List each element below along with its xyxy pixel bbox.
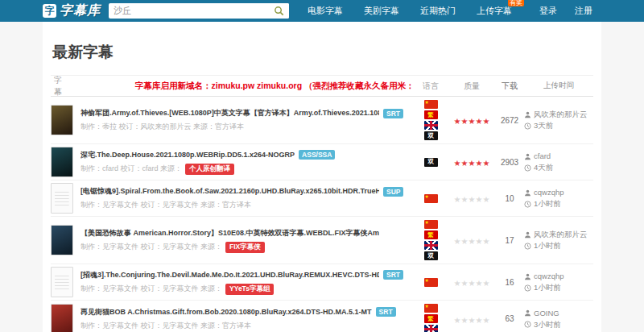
page-title: 最新字幕 [51,22,593,75]
uploader-name[interactable]: cfard [534,151,551,162]
star-icon: ★ [454,237,461,246]
star-icon: ★ [454,195,461,204]
lang-uk-icon [424,241,438,250]
subtitle-title-link[interactable]: 深宅.The.Deep.House.2021.1080p.WEBRip.DD5.… [80,150,295,160]
star-icon: ★ [461,316,469,325]
language-icons: 繁双 [413,99,448,141]
uploader-name[interactable]: GOING [534,308,559,319]
star-icon: ★ [454,159,461,168]
rating-stars: ★★★★★ [448,155,495,169]
download-count: 10 [495,194,524,203]
table-header-row: 字幕 字幕库启用新域名：zimuku.pw zimuku.org （强烈推荐收藏… [51,75,593,97]
col-header-subtitle: 字幕 [54,75,68,98]
user-icon [524,153,531,160]
language-icons [413,277,448,288]
subtitle-title-link[interactable]: [招魂3].The.Conjuring.The.Devil.Made.Me.Do… [80,270,379,280]
maker-checker-source-text: 制作：cfard 校订：cfard 来源： [80,164,182,174]
subtitle-meta: 制作：见字幕文件 校订：见字幕文件 来源：官方译本 [80,200,413,210]
star-icon: ★ [461,237,469,246]
subtitle-thumbnail[interactable] [51,304,73,332]
format-badge: SRT [383,270,403,280]
nav-tv-subtitles[interactable]: 美剧字幕 [353,0,410,22]
subtitle-title-link[interactable]: 【美国恐怖故事 American.Horror.Story】S10E08.中英特… [80,228,379,239]
uploader-name[interactable]: 风吹来的那片云 [534,229,588,240]
table-row: 神偷军团.Army.of.Thieves.[WEB.1080P]中英文字幕【官方… [51,97,593,144]
lang-fan-icon: 繁 [424,314,438,323]
search-icon [274,6,284,16]
uploader-name[interactable]: cqwzqhp [534,187,564,198]
uploader-cell: cfard 4天前 [524,151,593,173]
format-badge: SRT [383,109,403,118]
table-row: 再见街猫BOB A.Christmas.Gift.from.Bob.2020.1… [51,301,593,332]
login-link[interactable]: 登录 [530,0,566,22]
star-icon: ★ [482,195,489,204]
subtitle-info: 神偷军团.Army.of.Thieves.[WEB.1080P]中英文字幕【官方… [80,108,413,132]
star-icon: ★ [454,279,461,288]
nav-upload-subtitles[interactable]: 上传字幕 有奖 [466,0,522,22]
nav-recent-hot[interactable]: 近期热门 [410,0,466,22]
lang-uk-icon [424,121,438,130]
search-button[interactable] [268,3,289,19]
lang-cn-icon [424,278,438,287]
maker-checker-source-text: 制作：见字幕文件 校订：见字幕文件 来源： [80,242,222,252]
top-navbar: 字 字幕库 电影字幕 美剧字幕 近期热门 上传字幕 有奖 登录 注册 [0,0,644,22]
content-container: 最新字幕 字幕 字幕库启用新域名：zimuku.pw zimuku.org （强… [43,22,601,332]
uploader-name[interactable]: cqwzqhp [534,271,564,282]
format-badge: SUP [383,187,403,197]
rating-stars: ★★★★★ [448,113,495,127]
subtitle-thumbnail[interactable] [51,105,73,135]
logo-icon: 字 [43,4,56,18]
download-count: 16 [495,278,524,287]
logo-text: 字幕库 [60,2,101,19]
user-icon [524,231,531,239]
clock-icon [524,284,531,292]
star-icon: ★ [482,279,489,288]
star-icon: ★ [461,279,469,288]
subtitle-list: 神偷军团.Army.of.Thieves.[WEB.1080P]中英文字幕【官方… [51,97,593,332]
subtitle-title-link[interactable]: 再见街猫BOB A.Christmas.Gift.from.Bob.2020.1… [80,307,372,317]
search-box [109,3,289,19]
subtitle-thumbnail[interactable] [51,225,73,255]
uploader-cell: cqwzqhp 1小时前 [524,187,593,210]
site-logo[interactable]: 字 字幕库 [43,2,101,19]
domain-announcement[interactable]: 字幕库启用新域名：zimuku.pw zimuku.org （强烈推荐收藏永久备… [132,81,413,92]
maker-checker-source-text: 制作：见字幕文件 校订：见字幕文件 来源：官方译本 [80,200,251,210]
subtitle-thumbnail[interactable] [51,147,73,177]
lang-cn-icon [424,100,438,109]
language-icons: 繁双 [413,219,448,261]
register-link[interactable]: 注册 [566,0,601,22]
source-group-badge: YYeTs字幕组 [225,284,274,295]
upload-time: 1小时前 [534,198,561,210]
format-badge: ASS/SSA [299,150,335,160]
nav-movie-subtitles[interactable]: 电影字幕 [297,0,353,22]
star-icon: ★ [482,117,489,126]
subtitle-title-link[interactable]: 神偷军团.Army.of.Thieves.[WEB.1080P]中英文字幕【官方… [80,108,379,118]
subtitle-meta: 制作：见字幕文件 校订：见字幕文件 来源：官方译本 [80,321,413,331]
clock-icon [524,201,531,208]
upload-time: 1小时前 [534,282,561,293]
maker-checker-source-text: 制作：蒂拉 校订：风吹来的那片云 来源：官方译本 [80,122,244,132]
lang-fan-icon: 繁 [424,110,438,119]
clock-icon [524,122,531,130]
announcement-text: 字幕库启用新域名：zimuku.pw zimuku.org （强烈推荐收藏永久备… [135,81,413,92]
source-group-badge: 个人原创翻译 [185,164,234,175]
language-icons: 繁 [413,303,448,332]
rating-stars: ★★★★★ [448,233,495,247]
col-header-rating: 质量 [448,81,495,92]
rating-stars: ★★★★★ [448,191,495,205]
clock-icon [524,321,531,328]
uploader-cell: GOING 3小时前 [524,308,593,330]
subtitle-info: [招魂3].The.Conjuring.The.Devil.Made.Me.Do… [80,270,413,295]
subtitle-thumbnail[interactable] [51,267,73,297]
subtitle-thumbnail[interactable] [51,183,73,214]
star-icon: ★ [482,237,489,246]
search-input[interactable] [109,4,268,18]
uploader-cell: 风吹来的那片云 1小时前 [524,229,593,251]
uploader-name[interactable]: 风吹来的那片云 [534,109,588,120]
uploader-cell: 风吹来的那片云 3天前 [524,109,593,131]
lang-cn-icon [424,304,438,313]
subtitle-title-link[interactable]: [电锯惊魂9].Spiral.From.the.Book.of.Saw.2021… [80,186,379,197]
star-icon: ★ [454,117,461,126]
lang-cn-icon [424,220,438,229]
clock-icon [524,243,531,250]
